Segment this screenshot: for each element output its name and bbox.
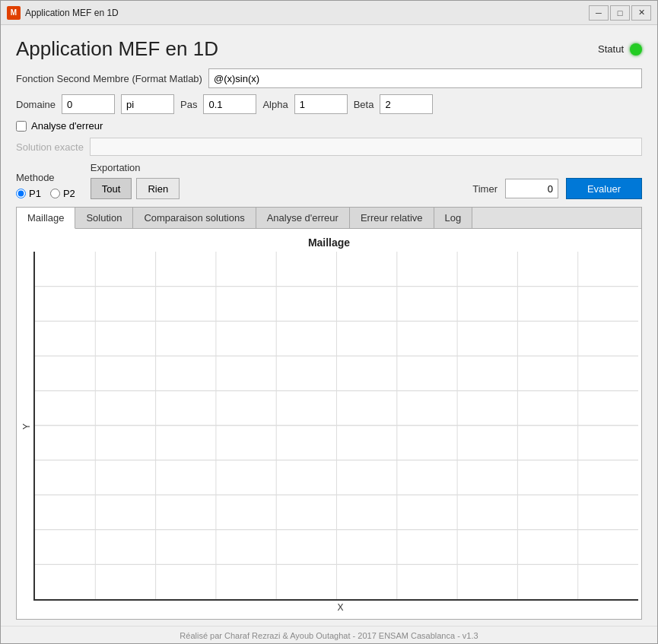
status-label: Statut [598,43,624,55]
analyse-erreur-label[interactable]: Analyse d'erreur [31,120,103,132]
status-row: Statut [598,43,642,56]
main-content: Application MEF en 1D Statut Fonction Se… [1,25,657,626]
exportation-label: Exportation [91,162,180,173]
beta-input[interactable] [380,94,433,114]
analyse-erreur-checkbox[interactable] [16,121,27,132]
status-indicator [630,43,642,56]
window-controls: ─ □ ✕ [589,5,651,21]
tabs-container: Maillage Solution Comparaison solutions … [16,207,642,620]
x-axis-label: X [43,601,638,616]
controls-right: Timer Evaluer [472,178,642,199]
close-button[interactable]: ✕ [631,5,651,21]
tab-comparaison[interactable]: Comparaison solutions [133,208,256,228]
solution-exacte-row: Solution exacte [16,138,642,156]
domaine-to-input[interactable] [121,94,174,114]
pas-input[interactable] [203,94,256,114]
tab-maillage[interactable]: Maillage [17,208,75,229]
app-icon: M [7,6,21,20]
methode-section: Methode P1 P2 [16,172,75,199]
solution-exacte-label: Solution exacte [16,141,84,153]
analyse-erreur-row: Analyse d'erreur [16,120,642,132]
title-bar: M Application MEF en 1D ─ □ ✕ [1,1,657,25]
chart-main: Y [20,252,638,601]
window-title: Application MEF en 1D [25,8,589,18]
beta-label: Beta [354,99,374,110]
form-section: Fonction Second Membre (Format Matlab) D… [16,68,642,199]
tab-content-maillage: Maillage Y [17,229,641,619]
domaine-row: Domaine Pas Alpha Beta [16,94,642,114]
domaine-label: Domaine [16,99,56,110]
export-section: Exportation Tout Rien [91,162,180,199]
fonction-row: Fonction Second Membre (Format Matlab) [16,68,642,88]
timer-input[interactable] [505,179,558,198]
p1-option[interactable]: P1 [16,188,41,199]
pas-label: Pas [180,99,197,110]
alpha-label: Alpha [262,99,288,110]
maximize-button[interactable]: □ [610,5,630,21]
p2-radio[interactable] [50,189,60,198]
p1-radio[interactable] [16,189,26,198]
domaine-from-input[interactable] [62,94,115,114]
p2-label: P2 [63,188,75,199]
tab-log[interactable]: Log [434,208,473,228]
y-axis-label: Y [20,252,33,601]
alpha-input[interactable] [294,94,348,114]
methode-label: Methode [16,172,75,183]
chart-area: Maillage Y [20,232,638,616]
fonction-label: Fonction Second Membre (Format Matlab) [16,73,202,84]
methode-radio-row: P1 P2 [16,188,75,199]
solution-exacte-input[interactable] [90,138,642,156]
footer-text: Réalisé par Charaf Rezrazi & Ayoub Outag… [180,631,478,640]
timer-label: Timer [472,183,497,195]
footer: Réalisé par Charaf Rezrazi & Ayoub Outag… [1,626,657,643]
p2-option[interactable]: P2 [50,188,75,199]
tout-button[interactable]: Tout [91,178,132,199]
rien-button[interactable]: Rien [136,178,180,199]
methode-export-row: Methode P1 P2 Exportation [16,162,642,199]
main-window: M Application MEF en 1D ─ □ ✕ Applicatio… [0,0,658,644]
chart-title: Maillage [20,232,638,252]
evaluer-button[interactable]: Evaluer [566,178,642,199]
tab-erreur-relative[interactable]: Erreur relative [350,208,434,228]
app-header: Application MEF en 1D Statut [16,37,642,61]
app-title: Application MEF en 1D [16,37,218,61]
minimize-button[interactable]: ─ [589,5,609,21]
chart-inner: 0 0.1 0.2 0.3 0.4 0.5 0.6 0.7 0.8 0.9 1 [33,252,638,601]
fonction-input[interactable] [208,68,642,88]
p1-label: P1 [29,188,41,199]
tabs-header: Maillage Solution Comparaison solutions … [17,208,641,229]
export-buttons-row: Tout Rien [91,178,180,199]
tab-analyse-erreur[interactable]: Analyse d'erreur [256,208,350,228]
tab-solution[interactable]: Solution [75,208,133,228]
chart-svg: 0 0.1 0.2 0.3 0.4 0.5 0.6 0.7 0.8 0.9 1 [35,252,638,599]
